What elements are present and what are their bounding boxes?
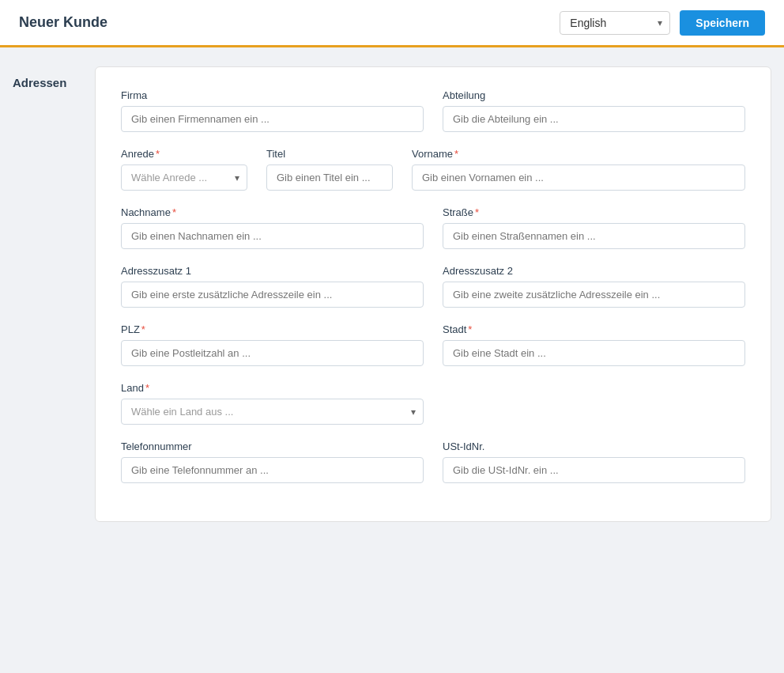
label-firma: Firma [121,89,424,101]
land-select-wrapper: Wähle ein Land aus ... Deutschland Öster… [121,399,424,425]
label-abteilung: Abteilung [443,89,745,101]
row-plz-stadt: PLZ* Stadt* [121,323,745,366]
input-vorname[interactable] [412,164,745,191]
group-firma: Firma [121,89,424,132]
label-nachname: Nachname* [121,206,424,218]
page-title: Neuer Kunde [19,14,107,31]
label-titel: Titel [266,148,393,160]
header-actions: English Deutsch Français ▾ Speichern [560,10,765,36]
group-nachname: Nachname* [121,206,424,249]
row-telefon-ust: Telefonnummer USt-IdNr. [121,440,745,483]
group-adresszusatz2: Adresszusatz 2 [443,265,745,308]
label-strasse: Straße* [443,206,745,218]
input-firma[interactable] [121,106,424,132]
form-card: Firma Abteilung Anrede* Wähle Anrede ...… [95,66,771,522]
group-ust-idnr: USt-IdNr. [443,440,745,483]
input-stadt[interactable] [443,340,745,366]
input-abteilung[interactable] [443,106,745,132]
group-titel: Titel [266,148,393,191]
row-nachname-strasse: Nachname* Straße* [121,206,745,249]
section-label: Adressen [13,66,76,522]
row-firma-abteilung: Firma Abteilung [121,89,745,132]
row-land: Land* Wähle ein Land aus ... Deutschland… [121,382,745,425]
input-ust-idnr[interactable] [443,457,745,483]
input-nachname[interactable] [121,223,424,249]
header: Neuer Kunde English Deutsch Français ▾ S… [0,0,784,47]
row-adresszusatz: Adresszusatz 1 Adresszusatz 2 [121,265,745,308]
label-anrede: Anrede* [121,148,247,160]
group-land-spacer [443,382,745,425]
group-telefonnummer: Telefonnummer [121,440,424,483]
language-select-wrapper: English Deutsch Français ▾ [560,11,670,35]
group-strasse: Straße* [443,206,745,249]
label-plz: PLZ* [121,323,424,335]
group-vorname: Vorname* [412,148,745,191]
group-anrede: Anrede* Wähle Anrede ... Herr Frau Diver… [121,148,247,191]
input-titel[interactable] [266,164,393,191]
save-button[interactable]: Speichern [680,10,765,36]
group-stadt: Stadt* [443,323,745,366]
group-land: Land* Wähle ein Land aus ... Deutschland… [121,382,424,425]
group-adresszusatz1: Adresszusatz 1 [121,265,424,308]
group-plz: PLZ* [121,323,424,366]
select-anrede[interactable]: Wähle Anrede ... Herr Frau Divers [121,164,247,191]
input-plz[interactable] [121,340,424,366]
anrede-select-wrapper: Wähle Anrede ... Herr Frau Divers ▾ [121,164,247,191]
label-stadt: Stadt* [443,323,745,335]
label-adresszusatz2: Adresszusatz 2 [443,265,745,277]
main-content: Adressen Firma Abteilung Anrede* Wähle A [0,47,784,541]
input-telefonnummer[interactable] [121,457,424,483]
input-strasse[interactable] [443,223,745,249]
select-land[interactable]: Wähle ein Land aus ... Deutschland Öster… [121,399,424,425]
label-telefonnummer: Telefonnummer [121,440,424,452]
label-adresszusatz1: Adresszusatz 1 [121,265,424,277]
label-ust-idnr: USt-IdNr. [443,440,745,452]
label-land: Land* [121,382,424,394]
group-abteilung: Abteilung [443,89,745,132]
language-select[interactable]: English Deutsch Français [560,11,670,35]
input-adresszusatz2[interactable] [443,282,745,308]
input-adresszusatz1[interactable] [121,282,424,308]
row-anrede-titel-vorname: Anrede* Wähle Anrede ... Herr Frau Diver… [121,148,745,191]
label-vorname: Vorname* [412,148,745,160]
